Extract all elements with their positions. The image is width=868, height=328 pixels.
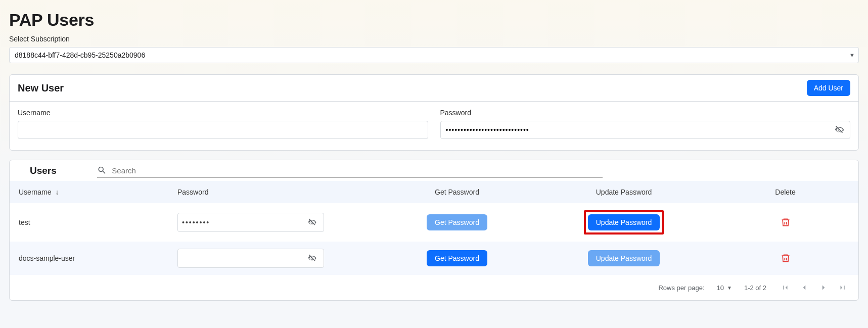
delete-row-button[interactable] <box>779 215 793 229</box>
column-header-username-label: Username <box>19 188 52 196</box>
users-table: Username ↓ Password Get Password Update … <box>10 181 858 275</box>
page-first-button[interactable] <box>779 281 792 294</box>
subscription-select-value[interactable]: d8188c44-bff7-428d-cb95-25250a2b0906 <box>9 47 859 63</box>
page-last-icon <box>838 283 847 292</box>
toggle-row-password-button[interactable] <box>305 215 319 229</box>
new-user-card: New User Add User Username Password <box>9 74 859 151</box>
delete-row-button[interactable] <box>779 251 793 265</box>
password-cell[interactable]: •••••••• <box>177 213 324 232</box>
username-label: Username <box>18 109 428 117</box>
rows-per-page-value: 10 <box>717 284 724 292</box>
column-header-password: Password <box>171 181 379 203</box>
subscription-select[interactable]: d8188c44-bff7-428d-cb95-25250a2b0906 ▼ <box>9 47 859 63</box>
rows-per-page-label: Rows per page: <box>658 284 704 292</box>
cell-username: test <box>10 203 171 242</box>
table-footer: Rows per page: 10 ▼ 1-2 of 2 <box>10 275 858 300</box>
password-cell[interactable] <box>177 249 324 268</box>
subscription-label: Select Subscription <box>9 35 859 43</box>
update-password-button[interactable]: Update Password <box>588 214 660 230</box>
search-icon <box>97 165 107 175</box>
trash-icon <box>781 217 791 227</box>
trash-icon <box>781 253 791 263</box>
eye-off-icon <box>307 217 317 227</box>
password-label: Password <box>440 109 851 117</box>
page-next-button[interactable] <box>817 281 830 294</box>
get-password-button[interactable]: Get Password <box>427 214 487 230</box>
new-user-title: New User <box>18 82 64 94</box>
page-first-icon <box>781 283 790 292</box>
users-title: Users <box>30 165 57 176</box>
table-row: test •••••••• Get Password Update Passwo… <box>10 203 858 242</box>
add-user-button[interactable]: Add User <box>807 80 850 96</box>
users-card: Users Username ↓ Password Get Password U… <box>9 160 859 301</box>
username-input[interactable] <box>18 121 428 139</box>
column-header-username[interactable]: Username ↓ <box>10 181 171 203</box>
page-prev-button[interactable] <box>798 281 811 294</box>
pagination-range: 1-2 of 2 <box>744 284 766 292</box>
column-header-get-password: Get Password <box>379 181 535 203</box>
search-field[interactable] <box>97 163 603 178</box>
column-header-update-password: Update Password <box>535 181 712 203</box>
chevron-left-icon <box>800 283 809 292</box>
sort-descending-icon: ↓ <box>55 188 59 196</box>
eye-off-icon <box>307 253 317 263</box>
toggle-row-password-button[interactable] <box>305 251 319 265</box>
page-last-button[interactable] <box>836 281 849 294</box>
toggle-password-visibility-button[interactable] <box>832 122 847 137</box>
rows-per-page-select[interactable]: 10 ▼ <box>717 284 732 292</box>
column-header-delete: Delete <box>712 181 858 203</box>
highlight-box: Update Password <box>584 210 664 235</box>
chevron-down-icon: ▼ <box>727 285 732 291</box>
eye-off-icon <box>834 124 845 135</box>
table-row: docs-sample-user Get Password Update Pas… <box>10 242 858 275</box>
search-input[interactable] <box>111 166 603 175</box>
password-input[interactable] <box>440 121 851 139</box>
password-masked: •••••••• <box>182 218 305 226</box>
page-title: PAP Users <box>9 10 859 30</box>
update-password-button[interactable]: Update Password <box>588 250 660 266</box>
cell-username: docs-sample-user <box>10 242 171 275</box>
chevron-right-icon <box>819 283 828 292</box>
get-password-button[interactable]: Get Password <box>427 250 487 266</box>
